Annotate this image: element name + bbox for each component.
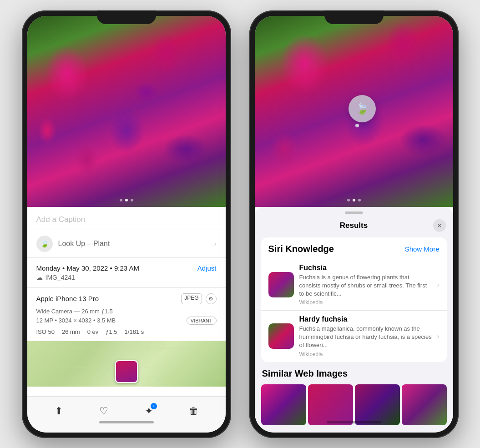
delete-button[interactable]: 🗑: [184, 401, 204, 421]
results-header: Results ✕: [255, 216, 453, 237]
lookup-label: Look Up – Plant: [58, 240, 110, 248]
dot-3: [131, 199, 133, 201]
photo-dots: [120, 199, 133, 201]
hardy-title: Hardy fuchsia: [299, 315, 432, 323]
flower-photo-right: 🍃: [255, 16, 453, 207]
siri-dot: [355, 124, 359, 127]
fuchsia-thumbnail: [268, 272, 294, 297]
right-home-indicator: [327, 421, 381, 423]
share-button[interactable]: ⬆: [49, 401, 69, 421]
heart-icon: ♡: [99, 405, 108, 417]
camera-spec: Wide Camera — 26 mm ƒ1.5: [36, 308, 217, 315]
siri-knowledge-title: Siri Knowledge: [268, 244, 334, 254]
fuchsia-title: Fuchsia: [299, 264, 432, 272]
dot-r3: [358, 199, 361, 201]
hardy-fuchsia-knowledge-item[interactable]: Hardy fuchsia Fuchsia magellanica, commo…: [261, 310, 447, 362]
left-phone-screen: Add a Caption 🍃 Look Up – Plant › Monday…: [27, 16, 226, 433]
lookup-icon: 🍃: [36, 236, 53, 252]
info-button[interactable]: ✦ i: [139, 401, 159, 421]
similar-images-grid: [261, 384, 447, 425]
cloud-icon: ☁: [36, 274, 43, 281]
hardy-thumbnail: [268, 323, 294, 349]
map-preview[interactable]: [27, 341, 226, 387]
share-icon: ⬆: [55, 405, 63, 417]
shutter-value: 1/181 s: [125, 328, 144, 335]
dot-r1: [347, 199, 350, 201]
fuchsia-source: Wikipedia: [299, 299, 432, 306]
left-phone-frame: Add a Caption 🍃 Look Up – Plant › Monday…: [22, 10, 231, 438]
aperture-value: ƒ1.5: [106, 328, 117, 335]
device-row: Apple iPhone 13 Pro JPEG ⚙: [36, 293, 217, 304]
camera-spec2: 12 MP • 3024 × 4032 • 3.5 MB VIBRANT: [36, 317, 217, 325]
right-phone-screen: 🍃 Results ✕: [255, 16, 453, 433]
similar-images-section: Similar Web Images: [255, 368, 453, 425]
siri-knowledge-section: Siri Knowledge Show More Fuchsia Fuchsia…: [261, 237, 447, 362]
similar-image-3[interactable]: [355, 384, 400, 425]
favorite-button[interactable]: ♡: [94, 401, 114, 421]
meta-filename: ☁ IMG_4241: [36, 274, 217, 281]
lookup-row[interactable]: 🍃 Look Up – Plant ›: [27, 230, 226, 258]
info-badge: i: [151, 403, 157, 409]
device-badges: JPEG ⚙: [181, 293, 216, 304]
hardy-description: Fuchsia magellanica, commonly known as t…: [299, 325, 432, 350]
focal-value: 26 mm: [62, 328, 80, 335]
phones-container: Add a Caption 🍃 Look Up – Plant › Monday…: [13, 1, 468, 447]
device-name: Apple iPhone 13 Pro: [36, 295, 99, 302]
flower-photo: [27, 16, 226, 207]
mp-text: 12 MP • 3024 × 4032 • 3.5 MB: [36, 317, 116, 324]
siri-leaf-icon: 🍃: [355, 102, 369, 115]
lookup-chevron-icon: ›: [214, 240, 217, 247]
ev-value: 0 ev: [87, 328, 99, 335]
filename-text: IMG_4241: [45, 274, 75, 281]
siri-knowledge-header: Siri Knowledge Show More: [261, 237, 447, 259]
settings-icon: ⚙: [206, 293, 217, 304]
toolbar: ⬆ ♡ ✦ i 🗑: [27, 396, 226, 433]
fuchsia-description: Fuchsia is a genus of flowering plants t…: [299, 273, 432, 298]
vibrant-badge: VIBRANT: [187, 317, 217, 325]
meta-section: Monday • May 30, 2022 • 9:23 AM Adjust ☁…: [27, 258, 226, 288]
right-phone-frame: 🍃 Results ✕: [249, 10, 459, 438]
caption-placeholder[interactable]: Add a Caption: [36, 215, 86, 224]
photo-date: Monday • May 30, 2022 • 9:23 AM: [36, 264, 139, 272]
similar-image-1[interactable]: [261, 384, 306, 425]
similar-images-title: Similar Web Images: [261, 368, 447, 379]
show-more-button[interactable]: Show More: [405, 245, 440, 253]
adjust-button[interactable]: Adjust: [197, 264, 217, 272]
map-thumbnail: [115, 360, 138, 383]
results-panel: Results ✕ Siri Knowledge Show More: [255, 207, 453, 433]
panel-handle[interactable]: [345, 211, 363, 214]
dot-r2: [353, 199, 355, 201]
results-title: Results: [275, 221, 433, 230]
fuchsia-chevron-icon: ›: [437, 281, 440, 288]
fuchsia-content: Fuchsia Fuchsia is a genus of flowering …: [299, 264, 432, 306]
dot-2: [125, 199, 128, 201]
exif-row: ISO 50 26 mm 0 ev ƒ1.5 1/181 s: [36, 328, 217, 335]
close-icon: ✕: [437, 222, 442, 229]
home-indicator: [99, 421, 154, 423]
meta-date-row: Monday • May 30, 2022 • 9:23 AM Adjust: [36, 264, 217, 272]
format-badge: JPEG: [181, 293, 202, 304]
siri-bubble: 🍃: [349, 95, 376, 122]
hardy-source: Wikipedia: [299, 351, 432, 357]
fuchsia-knowledge-item[interactable]: Fuchsia Fuchsia is a genus of flowering …: [261, 259, 447, 311]
hardy-content: Hardy fuchsia Fuchsia magellanica, commo…: [299, 315, 432, 357]
device-section: Apple iPhone 13 Pro JPEG ⚙ Wide Camera —…: [27, 288, 226, 341]
photo-dots-right: [347, 199, 361, 201]
iso-value: ISO 50: [36, 328, 55, 335]
caption-area[interactable]: Add a Caption: [27, 207, 226, 230]
dot-1: [120, 199, 122, 201]
similar-image-2[interactable]: [308, 384, 353, 425]
close-button[interactable]: ✕: [433, 219, 446, 232]
hardy-chevron-icon: ›: [437, 332, 440, 340]
trash-icon: 🗑: [189, 405, 199, 417]
similar-image-4[interactable]: [402, 384, 447, 425]
